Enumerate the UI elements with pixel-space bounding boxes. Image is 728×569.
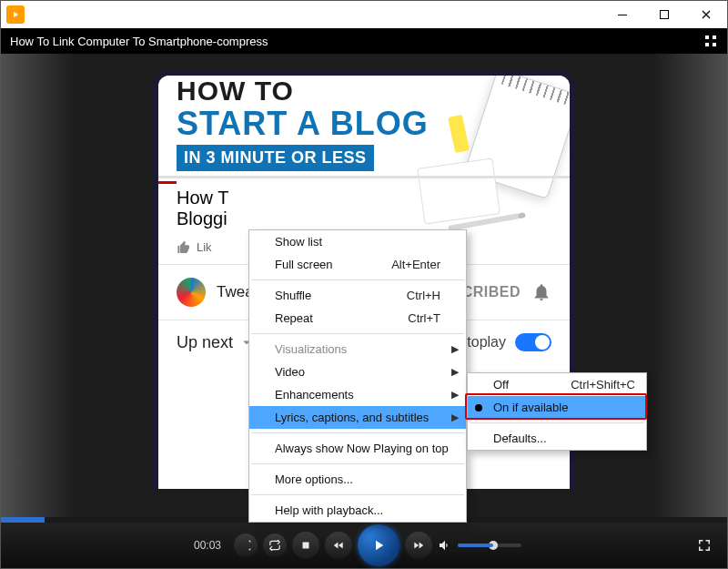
ctx-item-full-screen[interactable]: Full screenAlt+Enter xyxy=(249,253,466,276)
upnext-label: Up next xyxy=(177,333,233,352)
ctx-item-show-list[interactable]: Show list xyxy=(249,230,466,253)
subctx-item-off[interactable]: OffCtrl+Shift+C xyxy=(468,373,646,396)
stop-button[interactable] xyxy=(292,532,319,559)
ctx-item-always-show-now-playing-on-top[interactable]: Always show Now Playing on top xyxy=(249,437,466,460)
view-mode-icon[interactable] xyxy=(703,34,718,48)
subctx-item-on-if-available[interactable]: On if available xyxy=(468,396,646,419)
svg-marker-14 xyxy=(376,541,383,551)
context-menu: Show listFull screenAlt+EnterShuffleCtrl… xyxy=(248,229,467,523)
ctx-item-more-options[interactable]: More options... xyxy=(249,468,466,491)
media-title: How To Link Computer To Smartphone-compr… xyxy=(10,35,268,48)
ctx-item-video[interactable]: Video▶ xyxy=(249,361,466,383)
bell-icon[interactable] xyxy=(531,282,551,302)
svg-rect-2 xyxy=(661,11,669,19)
context-submenu: OffCtrl+Shift+COn if availableDefaults..… xyxy=(467,372,647,451)
ctx-item-lyrics-captions-and-subtitles[interactable]: Lyrics, captions, and subtitles▶ xyxy=(249,406,466,429)
svg-marker-13 xyxy=(339,543,343,549)
window-close-button[interactable] xyxy=(685,1,727,28)
ctx-item-help-with-playback[interactable]: Help with playback... xyxy=(249,499,466,522)
radio-dot-icon xyxy=(475,404,482,412)
next-button[interactable] xyxy=(405,532,432,559)
like-stat[interactable]: Lik xyxy=(177,240,212,255)
app-icon xyxy=(6,5,25,24)
ctx-item-enhancements[interactable]: Enhancements▶ xyxy=(249,383,466,406)
chevron-right-icon: ▶ xyxy=(451,412,459,423)
chevron-right-icon: ▶ xyxy=(451,343,459,355)
svg-rect-5 xyxy=(705,36,709,39)
chevron-right-icon: ▶ xyxy=(451,389,459,401)
prev-button[interactable] xyxy=(325,532,352,559)
note-graphic xyxy=(417,157,500,224)
window-maximize-button[interactable] xyxy=(643,1,685,28)
ctx-item-repeat[interactable]: RepeatCtrl+T xyxy=(249,307,466,330)
svg-marker-16 xyxy=(420,543,424,549)
svg-rect-1 xyxy=(618,15,627,15)
channel-avatar[interactable] xyxy=(177,278,206,307)
player-controls: 00:03 xyxy=(1,523,727,568)
svg-marker-15 xyxy=(414,543,419,549)
svg-marker-0 xyxy=(14,12,18,17)
volume-icon xyxy=(438,538,452,553)
window-titlebar xyxy=(1,1,727,28)
banner-ribbon: IN 3 MINUTE OR LESS xyxy=(177,145,374,171)
autoplay-toggle[interactable] xyxy=(515,333,551,351)
media-title-bar: How To Link Computer To Smartphone-compr… xyxy=(1,28,727,54)
volume-slider[interactable] xyxy=(458,544,521,547)
ctx-item-visualizations[interactable]: Visualizations▶ xyxy=(249,338,466,361)
video-area[interactable]: HOW TO START A BLOG IN 3 MINUTE OR LESS … xyxy=(1,54,727,517)
fullscreen-icon[interactable] xyxy=(696,537,713,554)
shuffle-button[interactable] xyxy=(234,533,258,557)
banner: HOW TO START A BLOG IN 3 MINUTE OR LESS xyxy=(158,76,570,178)
elapsed-time: 00:03 xyxy=(194,539,221,552)
svg-marker-12 xyxy=(334,543,339,549)
subctx-item-defaults[interactable]: Defaults... xyxy=(468,427,646,450)
window-minimize-button[interactable] xyxy=(602,1,643,28)
svg-rect-8 xyxy=(713,43,716,46)
play-button[interactable] xyxy=(358,524,399,566)
svg-rect-6 xyxy=(713,36,716,39)
volume-control[interactable] xyxy=(438,538,521,553)
clip-graphic xyxy=(448,115,470,153)
thumbs-up-icon xyxy=(177,240,191,255)
svg-rect-11 xyxy=(303,543,309,549)
ctx-item-shuffle[interactable]: ShuffleCtrl+H xyxy=(249,284,466,307)
svg-rect-7 xyxy=(705,43,709,46)
media-player-window: How To Link Computer To Smartphone-compr… xyxy=(0,0,728,569)
chevron-right-icon: ▶ xyxy=(451,366,459,378)
repeat-button[interactable] xyxy=(263,533,287,557)
